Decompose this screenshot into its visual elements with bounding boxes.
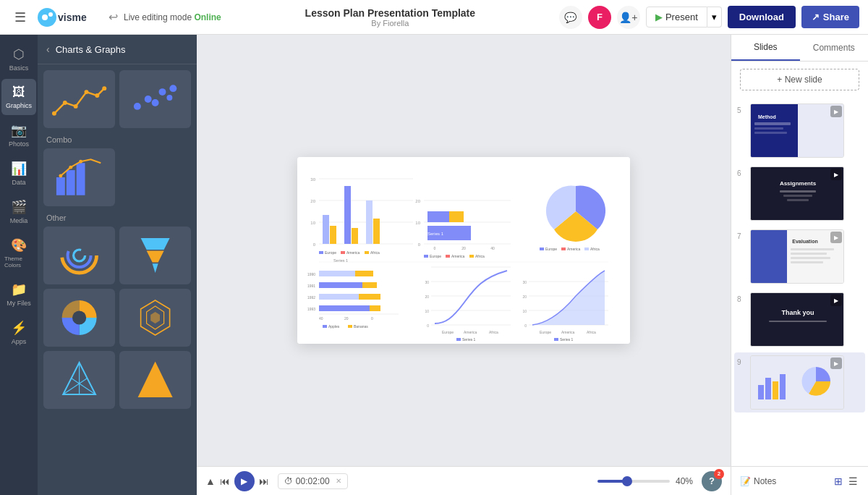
svg-rect-89 bbox=[319, 282, 362, 288]
chart-thumb-hexagon[interactable] bbox=[119, 289, 191, 347]
sidebar-label-graphics: Graphics bbox=[6, 102, 32, 109]
add-collaborator-button[interactable]: 👤+ bbox=[617, 6, 640, 29]
slide-item-9[interactable]: 9 ▶ bbox=[734, 352, 865, 412]
slide-play-icon-6: ▶ bbox=[830, 169, 842, 180]
svg-text:10: 10 bbox=[425, 309, 429, 313]
svg-rect-92 bbox=[319, 294, 359, 300]
sidebar-item-media[interactable]: 🎬 Media bbox=[1, 193, 36, 230]
slide-item-7[interactable]: 7 ▶ Evaluation bbox=[734, 227, 865, 287]
share-button[interactable]: ↗ Share bbox=[801, 6, 859, 28]
chart-thumb-combo[interactable] bbox=[43, 148, 115, 206]
svg-text:10: 10 bbox=[415, 221, 420, 225]
svg-text:America: America bbox=[346, 250, 360, 255]
notes-icon: 📝 bbox=[740, 476, 751, 486]
zoom-slider[interactable] bbox=[597, 480, 670, 483]
svg-text:0: 0 bbox=[371, 316, 373, 321]
sidebar-item-data[interactable]: 📊 Data bbox=[1, 155, 36, 192]
svg-rect-96 bbox=[370, 305, 380, 311]
chart-thumb-line1[interactable] bbox=[43, 70, 115, 128]
icon-sidebar: ⬡ Basics 🖼 Graphics 📷 Photos 📊 Data 🎬 Me… bbox=[0, 35, 38, 495]
svg-text:Bananas: Bananas bbox=[354, 324, 368, 329]
svg-text:40: 40 bbox=[319, 316, 323, 321]
funnel-chart-svg bbox=[127, 232, 184, 279]
back-button[interactable]: ‹ bbox=[46, 43, 50, 55]
svg-rect-51 bbox=[373, 219, 380, 244]
svg-rect-18 bbox=[77, 163, 85, 195]
slide-thumb-5: ▶ Method bbox=[750, 103, 844, 158]
svg-rect-130 bbox=[554, 338, 558, 341]
svg-marker-31 bbox=[150, 312, 160, 323]
sidebar-item-my-files[interactable]: 📁 My Files bbox=[1, 276, 36, 313]
grid-view-button[interactable]: ⊞ bbox=[833, 474, 844, 488]
help-button[interactable]: ? 2 bbox=[702, 471, 722, 491]
tab-comments[interactable]: Comments bbox=[800, 35, 869, 61]
svg-text:Africa: Africa bbox=[370, 250, 380, 255]
view-toggle: ⊞ ☰ bbox=[833, 474, 859, 488]
triangle-chart-svg bbox=[51, 357, 108, 403]
svg-text:0: 0 bbox=[434, 246, 436, 250]
slide-item-8[interactable]: 8 ▶ Thank you bbox=[734, 289, 865, 350]
undo-button[interactable]: ↩ bbox=[109, 10, 118, 24]
sidebar-item-theme-colors[interactable]: 🎨 Theme Colors bbox=[1, 232, 36, 274]
chart-thumb-sunburst[interactable] bbox=[43, 289, 115, 347]
timer-close-button[interactable]: ✕ bbox=[336, 477, 341, 485]
chart-thumb-scatter[interactable] bbox=[119, 70, 191, 128]
list-view-button[interactable]: ☰ bbox=[847, 474, 859, 488]
svg-text:Series 1: Series 1 bbox=[462, 337, 476, 342]
canvas-wrapper[interactable]: 0 10 20 30 bbox=[197, 35, 731, 466]
svg-point-10 bbox=[134, 103, 141, 110]
svg-text:20: 20 bbox=[344, 316, 349, 321]
new-slide-button[interactable]: + New slide bbox=[740, 69, 859, 90]
svg-text:America: America bbox=[567, 247, 581, 251]
svg-rect-155 bbox=[765, 378, 771, 399]
menu-button[interactable]: ☰ bbox=[9, 6, 32, 29]
media-icon: 🎬 bbox=[11, 199, 27, 215]
svg-rect-76 bbox=[469, 255, 474, 258]
hexagon-chart-svg bbox=[127, 295, 184, 341]
sidebar-item-basics[interactable]: ⬡ Basics bbox=[1, 41, 36, 77]
svg-text:Assignments: Assignments bbox=[780, 180, 817, 187]
svg-point-24 bbox=[74, 250, 85, 261]
play-button[interactable]: ▶ bbox=[234, 471, 255, 491]
timer-display[interactable]: ⏱ 00:02:00 ✕ bbox=[278, 473, 348, 489]
slide-thumb-6: ▶ Assignments bbox=[750, 166, 844, 221]
slide-item-6[interactable]: 6 ▶ Assignments bbox=[734, 164, 865, 224]
slide-item-5[interactable]: 5 ▶ Method bbox=[734, 101, 865, 161]
chat-icon-button[interactable]: 💬 bbox=[559, 6, 582, 29]
svg-rect-142 bbox=[787, 199, 809, 201]
user-avatar[interactable]: F bbox=[588, 6, 611, 29]
tab-slides[interactable]: Slides bbox=[731, 35, 800, 61]
svg-text:America: America bbox=[464, 330, 477, 334]
sidebar-item-graphics[interactable]: 🖼 Graphics bbox=[1, 79, 36, 115]
chart-thumb-pyramid[interactable] bbox=[119, 351, 191, 409]
chart-thumb-radial[interactable] bbox=[43, 227, 115, 284]
canvas-area: 0 10 20 30 bbox=[197, 35, 731, 495]
skip-forward-button[interactable]: ⏭ bbox=[259, 475, 269, 487]
svg-text:Thank you: Thank you bbox=[781, 309, 814, 316]
skip-back-button[interactable]: ⏮ bbox=[220, 475, 230, 487]
present-button[interactable]: ▶ Present bbox=[646, 7, 707, 28]
present-more-button[interactable]: ▾ bbox=[707, 7, 722, 28]
svg-rect-117 bbox=[456, 338, 461, 341]
sidebar-item-photos[interactable]: 📷 Photos bbox=[1, 117, 36, 153]
svg-text:Africa: Africa bbox=[590, 247, 600, 251]
svg-text:1991: 1991 bbox=[307, 284, 315, 288]
prev-slide-button[interactable]: ▲ bbox=[205, 475, 216, 487]
sidebar-item-apps[interactable]: ⚡ Apps bbox=[1, 314, 36, 351]
chart-thumb-funnel[interactable] bbox=[119, 227, 191, 284]
svg-text:0: 0 bbox=[524, 323, 527, 328]
svg-text:Africa: Africa bbox=[475, 254, 485, 258]
share-icon: ↗ bbox=[812, 12, 820, 22]
panel-content: Combo Other bbox=[38, 64, 197, 495]
bottom-bar: ▲ ⏮ ▶ ⏭ ⏱ 00:02:00 ✕ 40% ? 2 bbox=[197, 466, 731, 495]
topbar: ☰ visme ↩ Live editing mode Online Lesso… bbox=[0, 0, 868, 35]
download-button[interactable]: Download bbox=[728, 6, 796, 28]
chart-grid-combo bbox=[43, 148, 191, 206]
chart-thumb-triangle[interactable] bbox=[43, 351, 115, 409]
svg-text:Apples: Apples bbox=[328, 324, 340, 329]
notes-button[interactable]: 📝 Notes bbox=[740, 476, 776, 486]
sidebar-label-my-files: My Files bbox=[7, 300, 31, 307]
apps-icon: ⚡ bbox=[11, 320, 27, 336]
help-button-container: ? 2 bbox=[702, 471, 722, 491]
svg-text:1992: 1992 bbox=[307, 295, 315, 300]
